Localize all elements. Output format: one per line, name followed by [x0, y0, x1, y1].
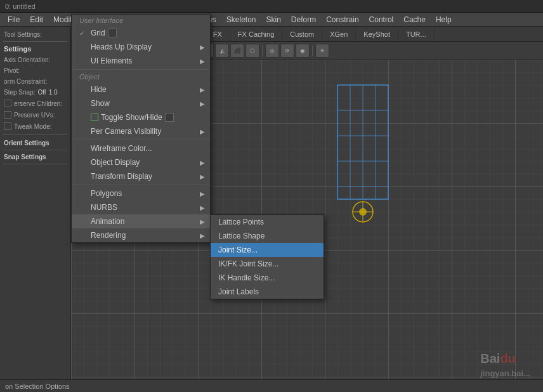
menu-item-hud[interactable]: Heads Up Display ▶	[72, 40, 210, 54]
separator-2	[72, 140, 210, 140]
animation-submenu: Lattice Points Lattice Shape Joint Size.…	[210, 214, 324, 299]
menu-item-per-camera[interactable]: Per Camera Visibility ▶	[72, 124, 210, 138]
menu-item-transform-display-label: Transform Display	[91, 172, 152, 181]
axis-orientation: Axis Orientation:	[3, 55, 68, 65]
grid-option-box[interactable]	[108, 29, 117, 37]
submenu-ikfk-joint-size[interactable]: IK/FK Joint Size...	[211, 257, 324, 271]
menu-item-polygons[interactable]: Polygons ▶	[72, 186, 210, 200]
menu-item-ui-elements[interactable]: UI Elements ▶	[72, 54, 210, 68]
preserve-uvs-row: Preserve UVs:	[3, 109, 68, 121]
tool-settings-label: Tool Settings:	[3, 29, 68, 40]
tab-keyshot[interactable]: KeyShot	[356, 27, 398, 41]
toolbar-btn-10[interactable]: ◭	[215, 44, 229, 58]
menu-item-nurbs-label: NURBS	[91, 203, 117, 212]
animation-check	[79, 218, 89, 225]
polygons-check	[79, 190, 89, 197]
submenu-joint-labels-label: Joint Labels	[218, 287, 259, 296]
toolbar-btn-14[interactable]: ⟳	[280, 44, 294, 58]
menu-item-grid-label: Grid	[91, 29, 105, 37]
menu-item-transform-display[interactable]: Transform Display ▶	[72, 169, 210, 183]
menu-item-animation-label: Animation	[91, 217, 124, 226]
sidebar: Tool Settings: Settings Axis Orientation…	[0, 27, 71, 392]
object-display-arrow-icon: ▶	[200, 159, 205, 166]
hide-arrow-icon: ▶	[200, 86, 205, 93]
constraint-row: orm Constraint:	[3, 76, 68, 87]
submenu-joint-size[interactable]: Joint Size...	[211, 243, 324, 257]
menu-control[interactable]: Control	[364, 14, 399, 25]
submenu-lattice-points-label: Lattice Points	[218, 218, 264, 226]
menu-item-per-camera-label: Per Camera Visibility	[91, 127, 161, 136]
toolbar-btn-13[interactable]: ◎	[265, 44, 279, 58]
preserve-uvs-checkbox[interactable]	[4, 111, 11, 119]
menu-file[interactable]: File	[3, 14, 25, 25]
tab-xgen[interactable]: XGen	[322, 27, 356, 41]
status-text: on Selection Options	[5, 382, 70, 390]
transform-display-check	[79, 173, 89, 180]
submenu-lattice-shape[interactable]: Lattice Shape	[211, 229, 324, 243]
menu-skin[interactable]: Skin	[261, 14, 286, 25]
toggle-option-box[interactable]	[165, 113, 174, 122]
hud-check	[79, 44, 89, 51]
title-text: 0: untitled	[5, 3, 36, 10]
step-snap-row: Step Snap: Off 1.0	[3, 87, 68, 98]
tab-tur[interactable]: TUR...	[398, 27, 435, 41]
toggle-indicator	[91, 114, 98, 121]
menu-item-hud-label: Heads Up Display	[91, 42, 152, 51]
menu-item-animation[interactable]: Animation ▶ Lattice Points Lattice Shape…	[72, 214, 210, 228]
toolbar-btn-15[interactable]: ◉	[296, 44, 310, 58]
polygons-arrow-icon: ▶	[200, 190, 205, 197]
per-camera-check	[79, 128, 89, 135]
menu-item-hide-label: Hide	[91, 85, 107, 94]
animation-arrow-icon: ▶	[200, 218, 205, 225]
rendering-check	[79, 232, 89, 239]
hide-check	[79, 86, 89, 93]
menu-item-object-display-label: Object Display	[91, 158, 140, 167]
menu-item-hide[interactable]: Hide ▶	[72, 82, 210, 96]
toolbar-btn-12[interactable]: ⬡	[245, 44, 259, 58]
toolbar-btn-16[interactable]: ☀	[315, 44, 329, 58]
menu-cache[interactable]: Cache	[398, 14, 431, 25]
nurbs-arrow-icon: ▶	[200, 204, 205, 211]
menu-item-show[interactable]: Show ▶	[72, 96, 210, 110]
show-check	[79, 100, 89, 107]
menu-item-wireframe-label: Wireframe Color...	[91, 144, 152, 153]
submenu-joint-labels[interactable]: Joint Labels	[211, 285, 324, 299]
menu-item-object-display[interactable]: Object Display ▶	[72, 155, 210, 169]
menu-edit[interactable]: Edit	[25, 14, 48, 25]
preserve-children-checkbox[interactable]	[4, 100, 11, 107]
tab-fx-caching[interactable]: FX Caching	[230, 27, 282, 41]
orient-settings[interactable]: Orient Settings	[3, 138, 68, 148]
menu-item-polygons-label: Polygons	[91, 189, 122, 198]
menu-section-object: Object	[72, 71, 210, 82]
menu-item-nurbs[interactable]: NURBS ▶	[72, 200, 210, 214]
per-camera-arrow-icon: ▶	[200, 128, 205, 135]
menu-item-rendering-label: Rendering	[91, 231, 126, 240]
ui-elements-arrow-icon: ▶	[200, 58, 205, 65]
nurbs-check	[79, 204, 89, 211]
submenu-ik-handle-size[interactable]: IK Handle Size...	[211, 271, 324, 285]
submenu-lattice-points[interactable]: Lattice Points	[211, 215, 324, 229]
settings-title: Settings	[3, 43, 68, 55]
menu-skeleton[interactable]: Skeleton	[221, 14, 261, 25]
title-bar: 0: untitled	[0, 0, 543, 13]
submenu-joint-size-label: Joint Size...	[218, 245, 258, 254]
menu-item-toggle-show-hide[interactable]: Toggle Show/Hide	[72, 110, 210, 124]
menu-constrain[interactable]: Constrain	[321, 14, 363, 25]
tweak-mode-checkbox[interactable]	[4, 122, 11, 130]
menu-item-rendering[interactable]: Rendering ▶	[72, 228, 210, 242]
submenu-ikfk-joint-size-label: IK/FK Joint Size...	[218, 259, 278, 268]
toggle-check	[79, 114, 89, 121]
toolbar-btn-11[interactable]: ⬛	[230, 44, 244, 58]
menu-item-wireframe-color[interactable]: Wireframe Color...	[72, 141, 210, 155]
menu-item-ui-elements-label: UI Elements	[91, 56, 132, 65]
pivot-row: Pivot:	[3, 65, 68, 76]
menu-deform[interactable]: Deform	[286, 14, 321, 25]
wireframe-check	[79, 145, 89, 152]
separator-3	[72, 185, 210, 185]
menu-item-grid[interactable]: ✓ Grid	[72, 26, 210, 40]
menu-help[interactable]: Help	[431, 14, 457, 25]
tab-custom[interactable]: Custom	[282, 27, 322, 41]
preserve-children-row: erserve Children:	[3, 98, 68, 109]
menu-item-show-label: Show	[91, 99, 110, 108]
snap-settings[interactable]: Snap Settings	[3, 152, 68, 162]
